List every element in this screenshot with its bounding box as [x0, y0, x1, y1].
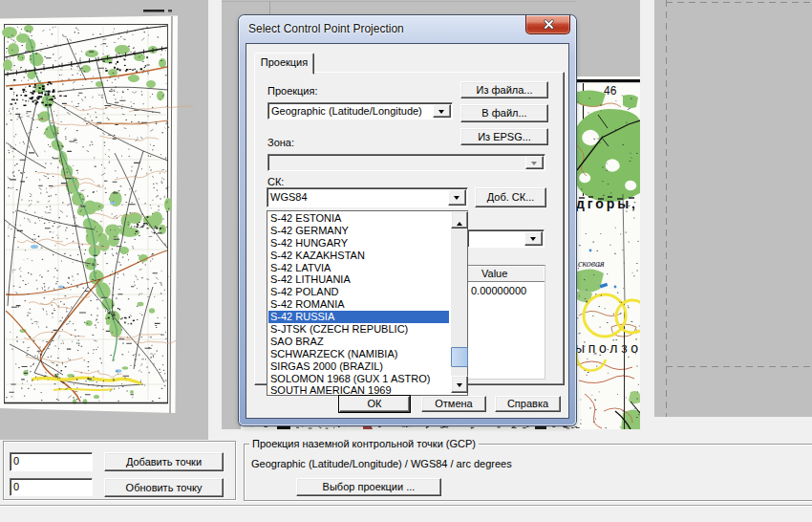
svg-text:сковая: сковая	[578, 258, 605, 269]
svg-text:46: 46	[604, 84, 617, 98]
